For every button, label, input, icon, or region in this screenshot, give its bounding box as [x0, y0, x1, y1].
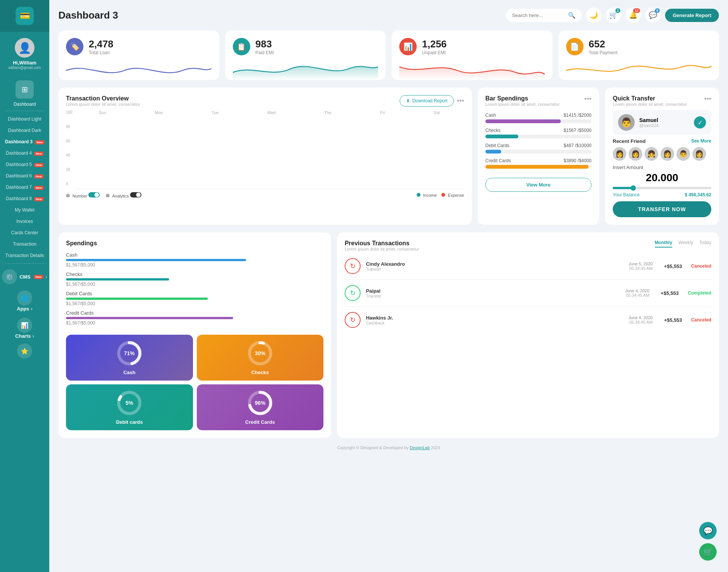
view-more-button[interactable]: View More — [485, 178, 592, 192]
sidebar-item-dashboard-dark[interactable]: Dashboard Dark — [0, 125, 49, 136]
charts-icon[interactable]: 📊 — [17, 318, 32, 333]
analytics-toggle[interactable] — [130, 192, 141, 197]
sidebar-item-dashboard-6[interactable]: Dashboard 6 New — [0, 170, 49, 182]
qt-avatar: 👨 — [618, 114, 635, 131]
tx-icon-2: ↻ — [345, 285, 361, 301]
cms-label[interactable]: CMS — [19, 274, 30, 280]
float-support-button[interactable]: 💬 — [699, 522, 717, 539]
apps-label[interactable]: Apps › — [17, 306, 32, 312]
apps-arrow-icon: › — [31, 306, 33, 312]
stat-label-loan: Total Loan — [89, 50, 113, 55]
search-bar[interactable]: 🔍 — [506, 9, 582, 22]
sidebar-item-dashboard-light[interactable]: Dashboard Light — [0, 113, 49, 125]
sidebar-item-dashboard-5[interactable]: Dashboard 5 New — [0, 159, 49, 170]
number-toggle[interactable] — [88, 192, 100, 197]
bell-btn[interactable]: 🔔 12 — [626, 8, 641, 23]
tx-status-2: Completed — [688, 290, 711, 296]
sidebar-item-cards-center[interactable]: Cards Center — [0, 227, 49, 238]
tx-date-3: June 4, 2020 05:34:45 AM — [629, 315, 653, 324]
tx-type-3: Cashback — [366, 321, 393, 325]
footer-brand-link[interactable]: DexignLab — [410, 445, 430, 450]
spending-cash-value: $1415 /$2000 — [564, 113, 592, 118]
stat-value-paid: 983 — [256, 38, 274, 50]
spending-checks-bar — [66, 278, 169, 281]
tx-amount-1: +$5,553 — [664, 263, 682, 269]
header: Dashboard 3 🔍 🌙 🛒 2 🔔 12 💬 5 Generate Re… — [58, 8, 719, 23]
spending-debit-label: Debit Cards — [485, 143, 509, 148]
tab-monthly[interactable]: Monthly — [655, 240, 672, 248]
msg-btn[interactable]: 💬 5 — [645, 8, 661, 23]
download-report-button[interactable]: ⬇ Download Report — [400, 95, 454, 107]
apps-icon[interactable]: 🌐 — [17, 290, 32, 306]
spending-checks-name: Checks — [66, 271, 323, 277]
charts-label[interactable]: Charts › — [15, 333, 34, 339]
moon-btn[interactable]: 🌙 — [586, 8, 601, 23]
tx-info-3: Hawkins Jr. Cashback — [366, 315, 393, 325]
cms-icon[interactable]: ⚙️ — [2, 269, 17, 284]
sidebar-item-my-wallet[interactable]: My Wallet — [0, 204, 49, 216]
slider-fill — [613, 187, 632, 189]
donut-credit: 96% Credit Cards — [197, 384, 324, 430]
spending-debit-name: Debit Cards — [66, 291, 323, 296]
stat-cards: 🏷️ 2,478 Total Loan 📋 983 Paid EMI — [58, 30, 719, 80]
spending-credit-value: $3890 /$4000 — [564, 158, 592, 163]
cart-btn[interactable]: 🛒 2 — [606, 8, 621, 23]
search-input[interactable] — [512, 13, 565, 18]
chart-x-labels: Sun Mon Tue Wed Thu Fri Sat — [75, 110, 464, 115]
tx-overview-subtitle: Lorem ipsum dolor sit amet, consectetur — [66, 102, 140, 107]
float-cart-button[interactable]: 🛒 — [699, 543, 717, 561]
rf-avatar-2[interactable]: 👩 — [629, 147, 642, 161]
amount-display: 20.000 — [613, 172, 711, 184]
spending-row-cash: Cash $1415 /$2000 — [485, 113, 592, 123]
dashboard-label[interactable]: Dashboard — [14, 102, 36, 107]
dashboard-icon[interactable]: ⊞ — [16, 80, 34, 99]
balance-row: Your Balance $ 456,345.62 — [613, 192, 711, 197]
bar-spendings-more-button[interactable]: ••• — [584, 95, 592, 103]
sidebar-item-dashboard-8[interactable]: Dashboard 8 New — [0, 193, 49, 204]
sidebar-item-dashboard-7[interactable]: Dashboard 7 New — [0, 182, 49, 193]
sidebar-item-transaction-details[interactable]: Transaction Details — [0, 250, 49, 261]
rf-avatar-6[interactable]: 👩 — [692, 147, 706, 161]
sidebar-item-invoices[interactable]: Invoices — [0, 216, 49, 227]
rf-avatar-1[interactable]: 👩 — [613, 147, 626, 161]
stat-icon-loan: 🏷️ — [66, 38, 83, 55]
recent-friend-section: Recent Friend See More 👩 👩 👧 👩 👨 👩 — [613, 138, 711, 161]
stat-value-unpaid: 1,256 — [422, 38, 447, 50]
amount-slider[interactable] — [613, 187, 711, 189]
tab-weekly[interactable]: Weekly — [678, 240, 693, 248]
transaction-overview-card: Transaction Overview Lorem ipsum dolor s… — [58, 88, 472, 225]
previous-transactions-card: Previous Transactions Lorem ipsum dolor … — [337, 232, 719, 438]
generate-report-button[interactable]: Generate Report — [665, 9, 719, 22]
tab-today[interactable]: Today — [699, 240, 711, 248]
legend-number: Number — [66, 192, 100, 198]
stat-label-unpaid: Unpaid EMI — [422, 50, 447, 55]
rf-avatar-3[interactable]: 👧 — [645, 147, 658, 161]
prev-tx-header: Previous Transactions Lorem ipsum dolor … — [345, 240, 711, 251]
middle-row: Transaction Overview Lorem ipsum dolor s… — [58, 88, 719, 225]
sidebar-item-dashboard-3[interactable]: Dashboard 3 New — [0, 136, 49, 147]
tx-overview-more-button[interactable]: ••• — [457, 97, 464, 105]
favorites-icon[interactable]: ⭐ — [17, 343, 32, 359]
insert-amount-section: Insert Amount 20.000 Your Balance $ 456,… — [613, 165, 711, 217]
spendings-title: Spendings — [66, 240, 323, 247]
rf-avatar-5[interactable]: 👨 — [676, 147, 690, 161]
tx-icon-1: ↻ — [345, 258, 361, 274]
spending-credit-amt: $1,567/$5,000 — [66, 320, 323, 326]
tx-name-1: Cindy Alexandro — [366, 261, 405, 267]
badge-new-4: New — [34, 152, 43, 156]
quick-transfer-more-button[interactable]: ••• — [704, 95, 711, 103]
stat-card-total-loan: 🏷️ 2,478 Total Loan — [58, 30, 219, 80]
cms-badge: New — [34, 275, 43, 279]
search-icon[interactable]: 🔍 — [568, 12, 576, 19]
qt-name: Samuel — [639, 117, 658, 123]
transfer-now-button[interactable]: TRANSFER NOW — [613, 201, 711, 217]
insert-amount-label: Insert Amount — [613, 165, 711, 170]
sidebar-item-dashboard-4[interactable]: Dashboard 4 New — [0, 147, 49, 159]
qt-check-icon[interactable]: ✓ — [694, 116, 706, 129]
see-more-link[interactable]: See More — [691, 138, 711, 144]
sidebar-item-transaction[interactable]: Transaction — [0, 238, 49, 250]
tx-info-2: Paipal Transfer — [366, 288, 381, 298]
rf-avatar-4[interactable]: 👩 — [661, 147, 674, 161]
slider-thumb — [631, 185, 636, 191]
spending-checks-fill — [485, 135, 518, 138]
